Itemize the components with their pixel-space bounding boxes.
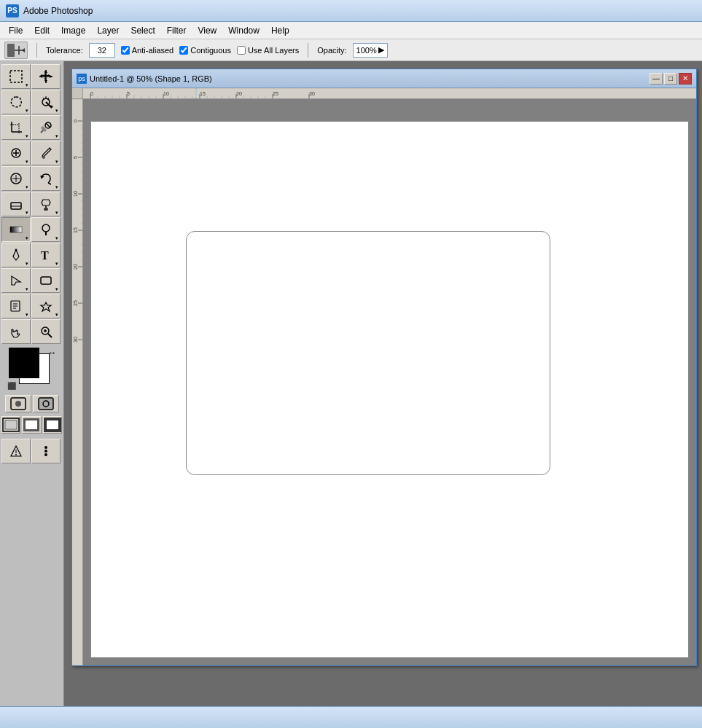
tool-crop[interactable]: ▾ — [1, 115, 31, 140]
tool-move[interactable] — [31, 64, 61, 89]
contiguous-checkbox[interactable] — [179, 46, 188, 55]
ruler-h-row: 0 5 10 15 20 25 — [83, 88, 696, 665]
color-switch-icon[interactable]: ↔ — [48, 348, 57, 358]
tool-row-4: ▾ ▾ — [1, 141, 62, 165]
color-reset-icon[interactable]: ⬛ — [7, 382, 16, 390]
app-icon: PS — [6, 4, 19, 17]
color-section: ↔ ⬛ — [6, 348, 58, 390]
tool-row-5: ▾ ▾ — [1, 166, 62, 191]
tool-jump-imageready[interactable] — [1, 439, 31, 463]
svg-rect-0 — [7, 44, 15, 57]
svg-text:25: 25 — [273, 91, 278, 96]
tool-history-brush[interactable]: ▾ — [31, 166, 61, 191]
svg-text:30: 30 — [73, 337, 78, 343]
screen-mode-full-menu[interactable] — [22, 416, 41, 434]
use-all-layers-checkbox[interactable] — [237, 46, 246, 55]
quick-mask-button[interactable] — [33, 395, 59, 412]
tool-zoom[interactable] — [31, 319, 61, 344]
opacity-display[interactable]: 100% ▶ — [353, 43, 388, 58]
anti-aliased-checkbox[interactable] — [121, 46, 130, 55]
taskbar — [0, 706, 702, 728]
tool-brush[interactable]: ▾ — [31, 141, 61, 165]
tool-notes[interactable]: ▾ — [1, 294, 31, 318]
svg-rect-37 — [10, 227, 22, 232]
tolerance-label: Tolerance: — [46, 46, 83, 55]
separator-1 — [36, 43, 37, 58]
menu-filter[interactable]: Filter — [161, 23, 192, 39]
tool-healing[interactable]: ▾ — [1, 141, 31, 165]
canvas-area[interactable]: 01 ✕ — [83, 99, 696, 665]
tool-row-8: ▾ T ▾ — [1, 243, 62, 267]
svg-text:20: 20 — [236, 91, 242, 96]
svg-point-52 — [15, 401, 21, 407]
svg-text:0: 0 — [73, 120, 78, 122]
svg-rect-58 — [26, 420, 37, 429]
tool-color-sampler[interactable]: ▾ — [31, 294, 61, 318]
foreground-color-swatch[interactable] — [9, 348, 39, 378]
anti-aliased-label: Anti-aliased — [132, 46, 173, 55]
svg-rect-60 — [47, 420, 58, 429]
svg-point-38 — [42, 224, 50, 232]
svg-text:0: 0 — [90, 91, 93, 96]
vertical-ruler: 0 5 10 15 20 25 30 — [72, 88, 83, 665]
tool-row-1: ▾ — [1, 64, 62, 89]
svg-rect-4 — [10, 71, 22, 82]
document-title: Untitled-1 @ 50% (Shape 1, RGB) — [90, 74, 648, 83]
tool-clone[interactable]: ▾ — [1, 166, 31, 191]
tool-shape[interactable]: ▾ — [31, 268, 61, 293]
tool-extras[interactable] — [31, 439, 61, 463]
menu-image[interactable]: Image — [55, 23, 91, 39]
tool-row-2: ▾ ▾ — [1, 90, 62, 114]
contiguous-label: Contiguous — [190, 46, 231, 55]
menu-edit[interactable]: Edit — [28, 23, 55, 39]
menu-bar: File Edit Image Layer Select Filter View… — [0, 22, 702, 39]
contiguous-group: Contiguous — [179, 46, 231, 55]
svg-marker-11 — [50, 75, 52, 78]
tool-magic-wand[interactable]: ▾ — [31, 90, 61, 114]
menu-file[interactable]: File — [3, 23, 28, 39]
svg-text:15: 15 — [73, 227, 78, 233]
tool-row-6: ▾ ▾ — [1, 192, 62, 216]
window-minimize-button[interactable]: — — [650, 73, 663, 85]
menu-view[interactable]: View — [192, 23, 222, 39]
svg-point-29 — [42, 156, 45, 159]
tool-gradient[interactable]: ▾ — [1, 217, 31, 242]
tool-eraser[interactable]: ▾ — [1, 192, 31, 216]
standard-mode-button[interactable] — [5, 395, 31, 412]
tolerance-input[interactable] — [89, 43, 115, 58]
svg-point-40 — [15, 249, 17, 251]
tool-dodge[interactable]: ▾ — [31, 217, 61, 242]
svg-text:5: 5 — [127, 91, 130, 96]
window-maximize-button[interactable]: □ — [664, 73, 677, 85]
tool-path-selection[interactable]: ▾ — [1, 268, 31, 293]
tool-eyedropper[interactable]: ▾ — [31, 115, 61, 140]
tool-hand[interactable] — [1, 319, 31, 344]
screen-mode-standard[interactable] — [1, 416, 20, 434]
tool-lasso[interactable]: ▾ — [1, 90, 31, 114]
svg-text:15: 15 — [200, 91, 206, 96]
menu-select[interactable]: Select — [125, 23, 160, 39]
tool-row-9: ▾ ▾ — [1, 268, 62, 293]
tool-row-7: ▾ ▾ — [1, 217, 62, 242]
menu-window[interactable]: Window — [222, 23, 265, 39]
mode-section — [1, 395, 62, 412]
canvas-container: ps Untitled-1 @ 50% (Shape 1, RGB) — □ ✕ — [64, 61, 702, 728]
tool-paint-bucket[interactable]: ▾ — [31, 192, 61, 216]
menu-layer[interactable]: Layer — [91, 23, 125, 39]
svg-marker-9 — [44, 80, 47, 83]
svg-text:10: 10 — [73, 191, 78, 197]
svg-text:20: 20 — [73, 264, 78, 270]
svg-text:5: 5 — [73, 156, 78, 159]
bottom-tools — [1, 439, 62, 463]
screen-section — [1, 416, 62, 434]
svg-point-66 — [44, 453, 47, 456]
tool-row-10: ▾ ▾ — [1, 294, 62, 318]
svg-marker-33 — [40, 176, 44, 179]
screen-mode-full[interactable] — [43, 416, 62, 434]
tool-pen[interactable]: ▾ — [1, 243, 31, 267]
document-body: 0 5 10 15 20 25 30 — [72, 88, 696, 665]
tool-marquee[interactable]: ▾ — [1, 64, 31, 89]
menu-help[interactable]: Help — [265, 23, 295, 39]
window-close-button[interactable]: ✕ — [679, 73, 692, 85]
tool-text[interactable]: T ▾ — [31, 243, 61, 267]
